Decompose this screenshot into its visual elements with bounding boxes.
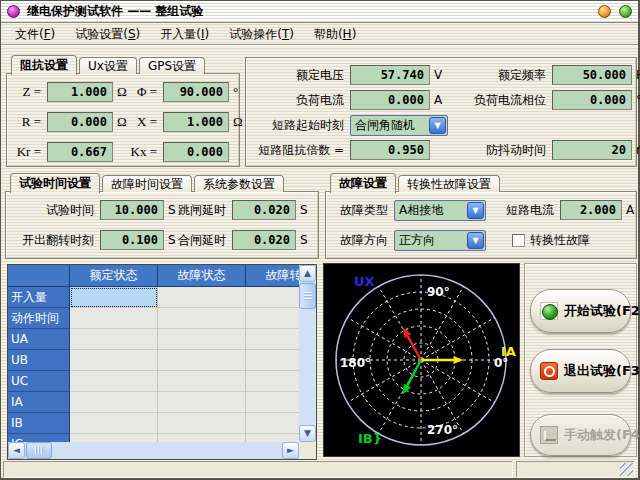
menu-help[interactable]: 帮助(H): [304, 24, 366, 45]
r-label: R =: [13, 114, 47, 130]
scroll-left-icon[interactable]: ◄: [8, 442, 25, 459]
scroll-up-icon[interactable]: ▲: [299, 265, 316, 282]
menubar: 文件(F) 试验设置(S) 开入量(I) 试验操作(T) 帮助(H): [1, 24, 638, 44]
fault-direction-combobox[interactable]: 正方向▼: [394, 230, 486, 251]
menu-file[interactable]: 文件(F): [5, 24, 65, 45]
menu-test-operation[interactable]: 试验操作(T): [219, 24, 304, 45]
table-cell[interactable]: [158, 287, 246, 308]
phi-input[interactable]: 90.000: [163, 82, 229, 102]
chevron-down-icon[interactable]: ▼: [467, 202, 484, 219]
tab-fault-time[interactable]: 故障时间设置: [102, 175, 192, 192]
menu-divider: [1, 44, 638, 46]
debounce-input[interactable]: 20: [552, 140, 632, 160]
trip-delay-input[interactable]: 0.020: [232, 200, 296, 220]
column-header[interactable]: 故障状态: [158, 265, 246, 287]
scrollbar-thumb[interactable]: [26, 442, 52, 459]
table-cell[interactable]: [158, 329, 246, 350]
table-cell[interactable]: [70, 434, 158, 442]
resize-grip[interactable]: [620, 463, 633, 476]
horizontal-scrollbar[interactable]: ◄ ►: [8, 442, 299, 459]
tab-gps-settings[interactable]: GPS设置: [139, 57, 205, 74]
tab-convert-fault-settings[interactable]: 转换性故障设置: [398, 175, 500, 192]
table-cell[interactable]: [158, 371, 246, 392]
table-cell[interactable]: [158, 434, 246, 442]
kr-input[interactable]: 0.667: [47, 142, 113, 162]
start-test-button[interactable]: 开始试验(F2): [530, 289, 631, 333]
impedance-panel: Z =1.000Ω Φ =90.000° R =0.000Ω X =1.000Ω…: [6, 73, 240, 167]
debounce-label: 防抖动时间: [442, 142, 552, 159]
flip-time-input[interactable]: 0.100: [100, 230, 164, 250]
column-header[interactable]: 故障转换: [246, 265, 299, 287]
z-input[interactable]: 1.000: [47, 82, 113, 102]
table-cell[interactable]: [246, 287, 299, 308]
status-pane-right: [516, 461, 635, 478]
rated-freq-input[interactable]: 50.000: [552, 65, 632, 85]
load-phase-input[interactable]: 0.000: [552, 90, 632, 110]
scrollbar-thumb[interactable]: [299, 283, 316, 309]
scroll-right-icon[interactable]: ►: [282, 442, 299, 459]
vertical-scrollbar[interactable]: ▲ ▼: [299, 265, 316, 442]
table-cell[interactable]: [158, 308, 246, 329]
table-cell[interactable]: [70, 371, 158, 392]
fault-type-combobox[interactable]: A相接地▼: [394, 200, 486, 221]
table-cell-selected[interactable]: [70, 287, 158, 308]
table-viewport: 额定状态 故障状态 故障转换 开入量 动作时间 UA UB UC IA IB I…: [8, 265, 299, 442]
table-cell[interactable]: [158, 392, 246, 413]
trip-delay-label: 跳闸延时: [170, 202, 232, 219]
table-cell[interactable]: [70, 392, 158, 413]
close-button[interactable]: [619, 5, 632, 18]
timing-tabstrip: 试验时间设置 故障时间设置 系统参数设置: [7, 171, 286, 192]
table-cell[interactable]: [246, 308, 299, 329]
kx-input[interactable]: 0.000: [163, 142, 229, 162]
table-cell[interactable]: [70, 329, 158, 350]
table-row: IA: [8, 392, 299, 413]
table-cell[interactable]: [246, 413, 299, 434]
debounce-unit: ms: [632, 143, 640, 157]
scroll-down-icon[interactable]: ▼: [299, 425, 316, 442]
x-unit: Ω: [229, 114, 243, 130]
convert-fault-checkbox[interactable]: [512, 234, 525, 247]
chevron-down-icon[interactable]: ▼: [467, 232, 484, 249]
fault-tabstrip: 故障设置 转换性故障设置: [327, 171, 502, 192]
menu-binary-input[interactable]: 开入量(I): [150, 24, 219, 45]
table-cell[interactable]: [246, 392, 299, 413]
r-input[interactable]: 0.000: [47, 112, 113, 132]
phasor-svg: 90° 180° 0° 270° UX IA IB}: [324, 264, 519, 456]
table-cell[interactable]: [70, 308, 158, 329]
table-cell[interactable]: [70, 350, 158, 371]
z-label: Z =: [13, 84, 47, 100]
short-current-input[interactable]: 2.000: [560, 200, 622, 220]
table-cell[interactable]: [246, 371, 299, 392]
start-icon: [540, 302, 558, 320]
column-header[interactable]: 额定状态: [70, 265, 158, 287]
rated-voltage-input[interactable]: 57.740: [350, 65, 430, 85]
table-cell[interactable]: [158, 350, 246, 371]
load-current-input[interactable]: 0.000: [350, 90, 430, 110]
tab-ux-settings[interactable]: Ux设置: [79, 57, 137, 74]
tab-system-params[interactable]: 系统参数设置: [194, 175, 284, 192]
exit-test-button[interactable]: 退出试验(F3): [530, 349, 631, 393]
tab-impedance-settings[interactable]: 阻抗设置: [11, 55, 77, 75]
tab-test-time[interactable]: 试验时间设置: [10, 173, 100, 193]
chevron-down-icon[interactable]: ▼: [429, 117, 446, 134]
x-input[interactable]: 1.000: [163, 112, 229, 132]
close-delay-input[interactable]: 0.020: [232, 230, 296, 250]
tab-fault-settings[interactable]: 故障设置: [330, 173, 396, 193]
app-icon[interactable]: [7, 5, 20, 18]
table-cell[interactable]: [70, 413, 158, 434]
test-time-input[interactable]: 10.000: [100, 200, 164, 220]
table-cell[interactable]: [246, 329, 299, 350]
minimize-button[interactable]: [598, 5, 611, 18]
table-cell[interactable]: [158, 413, 246, 434]
load-current-unit: A: [430, 93, 442, 107]
phi-unit: °: [229, 84, 238, 100]
table-cell[interactable]: [246, 350, 299, 371]
menu-test-settings[interactable]: 试验设置(S): [65, 24, 150, 45]
rated-freq-unit: Hz: [632, 68, 640, 82]
table-cell[interactable]: [246, 434, 299, 442]
short-start-combobox[interactable]: 合闸角随机▼: [350, 115, 448, 136]
phasor-plot: 90° 180° 0° 270° UX IA IB}: [323, 263, 520, 457]
rated-freq-label: 额定频率: [442, 67, 552, 84]
rated-voltage-unit: V: [430, 68, 442, 82]
impedance-factor-input[interactable]: 0.950: [350, 140, 430, 160]
